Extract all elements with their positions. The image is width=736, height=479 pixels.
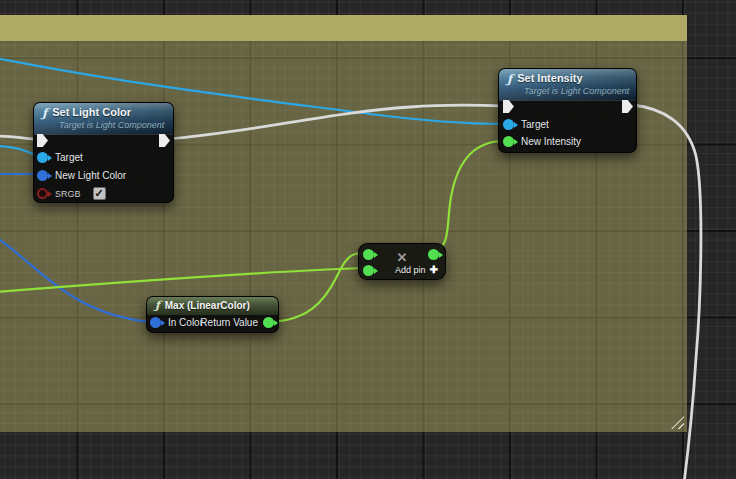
function-icon: ƒ <box>155 300 160 312</box>
pin-label-target: Target <box>521 119 549 130</box>
pin-label-return-value: Return Value <box>200 317 258 328</box>
blueprint-graph-canvas[interactable]: ƒ Set Light Color Target is Light Compon… <box>0 0 736 479</box>
pin-label-srgb: SRGB <box>55 189 81 199</box>
exec-in-pin[interactable] <box>503 100 514 113</box>
node-subtitle: Target is Light Component <box>524 86 628 96</box>
srgb-checkbox[interactable]: ✓ <box>93 187 106 200</box>
node-title: Max (LinearColor) <box>165 299 250 312</box>
new-intensity-pin[interactable] <box>503 136 514 147</box>
node-set-intensity-header[interactable]: ƒ Set Intensity Target is Light Componen… <box>499 69 636 101</box>
add-pin-plus-icon: ✚ <box>430 265 438 275</box>
multiply-in-pin-1[interactable] <box>363 249 374 260</box>
function-icon: ƒ <box>42 107 47 119</box>
add-pin-button[interactable]: Add pin ✚ <box>395 265 438 275</box>
exec-out-pin[interactable] <box>622 100 633 113</box>
return-value-pin[interactable] <box>263 317 274 328</box>
target-pin[interactable] <box>37 152 48 163</box>
node-set-light-color-header[interactable]: ƒ Set Light Color Target is Light Compon… <box>34 103 173 135</box>
pin-label-new-intensity: New Intensity <box>521 136 581 147</box>
exec-in-pin[interactable] <box>37 134 48 147</box>
node-subtitle: Target is Light Component <box>59 120 165 130</box>
exec-out-pin[interactable] <box>159 134 170 147</box>
multiply-out-pin[interactable] <box>428 249 439 260</box>
pin-label-target: Target <box>55 152 83 163</box>
node-set-intensity[interactable]: ƒ Set Intensity Target is Light Componen… <box>498 68 637 153</box>
node-title: Set Light Color <box>52 106 131 119</box>
node-set-light-color[interactable]: ƒ Set Light Color Target is Light Compon… <box>33 102 174 203</box>
new-light-color-pin[interactable] <box>37 170 48 181</box>
node-max-linearcolor[interactable]: ƒ Max (LinearColor) In Color Return Valu… <box>146 296 279 333</box>
pin-label-new-light-color: New Light Color <box>55 170 126 181</box>
node-title: Set Intensity <box>517 72 582 85</box>
in-color-pin[interactable] <box>150 317 161 328</box>
node-max-header[interactable]: ƒ Max (LinearColor) <box>147 297 278 315</box>
multiply-in-pin-2[interactable] <box>363 265 374 276</box>
comment-header[interactable] <box>0 15 687 41</box>
function-icon: ƒ <box>507 73 512 85</box>
srgb-pin[interactable] <box>37 188 48 199</box>
add-pin-label: Add pin <box>395 265 426 275</box>
target-pin[interactable] <box>503 119 514 130</box>
pin-label-in-color: In Color <box>168 317 203 328</box>
node-multiply[interactable]: ✕ Add pin ✚ <box>358 243 446 280</box>
